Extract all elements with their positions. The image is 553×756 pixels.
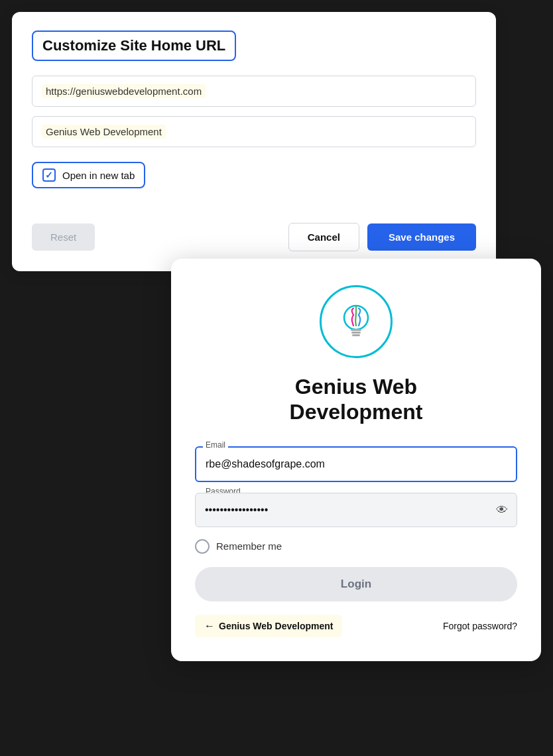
email-field-group: Email xyxy=(195,446,517,482)
arrow-left-icon: ← xyxy=(204,620,215,632)
svg-rect-3 xyxy=(352,334,360,336)
svg-rect-1 xyxy=(351,329,361,331)
site-name-field[interactable]: Genius Web Development xyxy=(32,116,476,147)
login-footer: ← Genius Web Development Forgot password… xyxy=(195,615,517,637)
password-wrapper: 👁 xyxy=(195,493,517,527)
checkbox-label: Open in new tab xyxy=(62,170,135,181)
open-new-tab-checkbox[interactable]: ✓ Open in new tab xyxy=(32,162,145,188)
remember-me-label: Remember me xyxy=(216,540,282,552)
save-changes-button[interactable]: Save changes xyxy=(367,223,476,251)
password-input[interactable] xyxy=(195,493,517,527)
remember-me-radio[interactable] xyxy=(195,539,210,554)
customize-url-card: Customize Site Home URL https://geniuswe… xyxy=(12,12,496,271)
logo-circle xyxy=(320,285,393,358)
login-button[interactable]: Login xyxy=(195,567,517,601)
reset-button[interactable]: Reset xyxy=(32,223,95,251)
email-label: Email xyxy=(203,440,228,450)
cancel-button[interactable]: Cancel xyxy=(288,223,359,251)
forgot-password-link[interactable]: Forgot password? xyxy=(443,621,517,631)
back-link-text: Genius Web Development xyxy=(219,621,333,631)
logo-icon xyxy=(332,298,380,346)
email-input[interactable] xyxy=(195,446,517,482)
remember-me-row[interactable]: Remember me xyxy=(195,539,517,554)
back-link[interactable]: ← Genius Web Development xyxy=(195,615,342,637)
svg-rect-2 xyxy=(351,332,361,334)
login-card: Genius Web Development Email Password 👁 … xyxy=(171,259,541,661)
button-row: Reset Cancel Save changes xyxy=(32,223,476,251)
url-value: https://geniuswebdevelopment.com xyxy=(42,84,206,98)
site-name-value: Genius Web Development xyxy=(42,125,166,139)
login-title: Genius Web Development xyxy=(195,374,517,425)
show-password-icon[interactable]: 👁 xyxy=(496,503,508,517)
url-input-field[interactable]: https://geniuswebdevelopment.com xyxy=(32,76,476,107)
password-field-group: Password 👁 xyxy=(195,493,517,527)
card-title: Customize Site Home URL xyxy=(32,31,236,61)
checkbox-box: ✓ xyxy=(42,168,56,182)
checkmark-icon: ✓ xyxy=(45,170,53,180)
